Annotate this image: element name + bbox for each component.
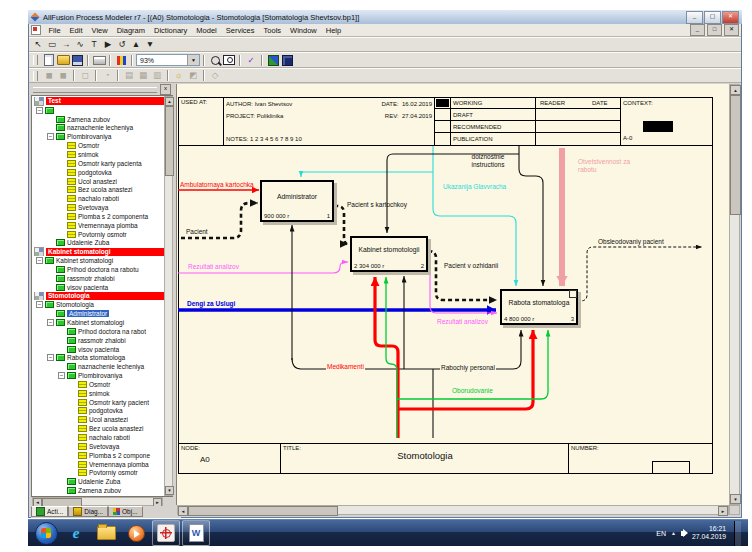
minimize-button[interactable]: _ — [686, 11, 703, 24]
taskbar-clock[interactable]: 16:21 27.04.2019 — [692, 525, 726, 541]
tree-item[interactable]: snimok — [33, 150, 164, 159]
mdi-close-button[interactable]: ✕ — [724, 24, 739, 36]
tree-section-header[interactable]: Kabinet stomatologi — [33, 247, 164, 256]
maximize-button[interactable]: ▢ — [704, 11, 721, 24]
media-player-task[interactable] — [122, 520, 150, 546]
tab-diag[interactable]: Diag... — [68, 506, 108, 517]
pointer-tool-button[interactable]: ↖ — [31, 38, 45, 51]
mdi-restore-button[interactable]: □ — [707, 24, 722, 36]
tree-vscroll-thumb[interactable] — [165, 106, 174, 176]
tree-item[interactable]: Ucol anastezi — [33, 415, 164, 424]
tree-item[interactable]: naznachenie lecheniya — [33, 362, 164, 371]
tree-item[interactable]: −Kabinet stomatologi — [33, 256, 164, 265]
tree-item[interactable]: podgotovka — [33, 168, 164, 177]
tree-item[interactable]: Bez ucola anastezi — [33, 185, 164, 194]
language-indicator[interactable]: EN — [656, 530, 666, 537]
tree-item[interactable]: snimok — [33, 389, 164, 398]
menu-file[interactable]: File — [44, 26, 65, 35]
expand-minus-icon[interactable]: − — [47, 133, 54, 140]
spell-check-button[interactable]: ✓ — [244, 54, 258, 67]
arrow-label[interactable]: Rabochiy personal — [440, 364, 496, 372]
internet-explorer-task[interactable]: e — [62, 520, 90, 546]
diagram-vertical-scrollbar[interactable]: ▲ ▼ — [729, 84, 740, 505]
scroll-up-icon[interactable]: ▲ — [165, 97, 174, 106]
arrow-label[interactable]: Obsleodovaniy pacient — [598, 238, 664, 246]
diagram-hscroll-thumb[interactable] — [188, 506, 338, 516]
activity-box-tool-button[interactable]: ▭ — [45, 38, 59, 51]
arrow-tool-button[interactable]: → — [59, 38, 73, 51]
arrow-label[interactable]: Oborudovanie — [451, 387, 494, 395]
expand-minus-icon[interactable]: − — [36, 257, 43, 264]
tree-item[interactable]: Udalenie Zuba — [33, 239, 164, 248]
tree-item[interactable]: −Stomotologia — [33, 300, 164, 309]
tree-item[interactable]: −Plombirovaniya — [33, 371, 164, 380]
expand-minus-icon[interactable]: − — [47, 319, 54, 326]
diagram-horizontal-scrollbar[interactable]: ◄ ► — [177, 505, 729, 515]
arrow-label[interactable]: Pacient — [186, 228, 208, 236]
diagram-vscroll-thumb[interactable] — [730, 95, 741, 215]
tree-item[interactable]: −Plombirovaniya — [33, 132, 164, 141]
tree-item[interactable]: Vremennaya plomba — [33, 221, 164, 230]
tree-item[interactable]: Povtorniy osmotr — [33, 468, 164, 477]
scroll-left-icon[interactable]: ◄ — [178, 506, 188, 516]
expand-minus-icon[interactable]: − — [47, 354, 54, 361]
tree-item[interactable]: Prihod doctora na rabotu — [33, 265, 164, 274]
volume-icon[interactable] — [681, 531, 685, 536]
tree-item[interactable]: Osmotr — [33, 141, 164, 150]
arrow-label[interactable]: Rezultati analizov — [437, 318, 488, 326]
activity-box-3[interactable]: Rabota stomatologa4 800 000 r3 — [500, 289, 578, 325]
tree-item[interactable]: Bez ucola anastezi — [33, 424, 164, 433]
tree-item[interactable]: nachalo raboti — [33, 194, 164, 203]
tree-item[interactable]: Prihod doctora na rabot — [33, 327, 164, 336]
tree-section-header[interactable]: Stomotologia — [33, 292, 164, 301]
tree-item[interactable]: Svetovaya — [33, 203, 164, 212]
menu-services[interactable]: Services — [221, 26, 259, 35]
mdi-minimize-button[interactable]: _ — [690, 24, 705, 36]
expand-minus-icon[interactable]: − — [58, 372, 65, 379]
go-to-child-tool-button[interactable]: ▼ — [143, 38, 157, 51]
scroll-down-icon[interactable]: ▼ — [165, 486, 174, 495]
arrow-label[interactable]: Pacient s kartochkoy — [347, 201, 407, 209]
explorer-task[interactable] — [92, 520, 120, 546]
tree-item[interactable]: Udalenie Zuba — [33, 477, 164, 486]
model-explorer-button[interactable] — [266, 54, 280, 67]
tree-item[interactable]: Zamena zubov — [33, 486, 164, 495]
combo-dropdown-icon[interactable]: ▼ — [187, 55, 199, 65]
scroll-down-icon[interactable]: ▼ — [730, 494, 741, 504]
squiggle-tool-button[interactable]: ∿ — [73, 38, 87, 51]
expand-minus-icon[interactable]: − — [36, 301, 43, 308]
activity-box-1[interactable]: Administrator900 000 r1 — [260, 180, 334, 222]
menu-diagram[interactable]: Diagram — [112, 26, 149, 35]
arrow-label[interactable]: Dengi za Uslugi — [187, 300, 235, 308]
arrow-label[interactable]: Ambulatornaya kartochka — [180, 181, 254, 189]
go-to-parent-tool-button[interactable]: ▲ — [129, 38, 143, 51]
arrow-label[interactable]: Rezultati analizov — [188, 263, 239, 271]
scroll-up-icon[interactable]: ▲ — [730, 85, 741, 95]
activity-box-2[interactable]: Kabinet stomotologii2 304 000 r2 — [350, 236, 428, 272]
tree-item[interactable]: visov pacienta — [33, 283, 164, 292]
show-desktop-button[interactable] — [734, 521, 741, 546]
tree-item[interactable]: Povtorniy osmotr — [33, 230, 164, 239]
tab-acti[interactable]: Acti... — [31, 506, 68, 517]
arrow-label[interactable]: Medikamenti — [326, 363, 365, 371]
arrow-label[interactable]: Otvetstvennost za rabotu — [578, 158, 630, 173]
report-button[interactable] — [114, 54, 128, 67]
modelmart-button[interactable] — [280, 54, 294, 67]
arrow-label[interactable]: dolznostnie instructions — [462, 153, 514, 168]
tree-item[interactable]: −Kabinet stomatologi — [33, 318, 164, 327]
word-task[interactable]: W — [182, 520, 210, 546]
tab-obj[interactable]: Obj... — [108, 506, 143, 517]
explorer-close-icon[interactable]: x — [160, 84, 171, 95]
menu-window[interactable]: Window — [286, 26, 322, 35]
diagram-dictionary-tool-button[interactable]: ▶ — [101, 38, 115, 51]
zoom-in-button[interactable] — [208, 54, 222, 67]
menu-view[interactable]: View — [87, 26, 112, 35]
menu-model[interactable]: Model — [192, 26, 221, 35]
tree-item[interactable]: naznachenie lecheniya — [33, 124, 164, 133]
tree-item[interactable]: nachalo raboti — [33, 433, 164, 442]
mm-user-button[interactable]: ☼ — [172, 69, 186, 82]
tree-horizontal-scrollbar[interactable]: ◄ ► — [32, 497, 163, 506]
go-to-sibling-tool-button[interactable]: ↺ — [115, 38, 129, 51]
tree-item[interactable]: visov pacienta — [33, 345, 164, 354]
expand-minus-icon[interactable]: − — [36, 107, 43, 114]
